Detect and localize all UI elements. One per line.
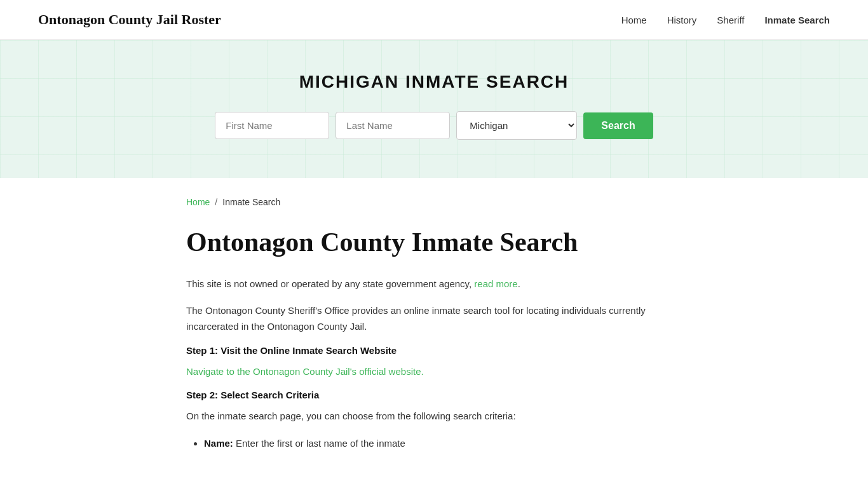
intro-end: . — [518, 278, 520, 289]
bullet1-text: Enter the first or last name of the inma… — [233, 438, 405, 449]
hero-banner: MICHIGAN INMATE SEARCH Michigan Alabama … — [0, 40, 868, 178]
last-name-input[interactable] — [336, 112, 450, 139]
breadcrumb: Home / Inmate Search — [186, 197, 682, 207]
nav-history[interactable]: History — [667, 15, 697, 25]
first-name-input[interactable] — [215, 112, 329, 139]
step1-text: Navigate to the Ontonagon County Jail's … — [186, 363, 682, 380]
step1-heading: Step 1: Visit the Online Inmate Search W… — [186, 345, 682, 356]
site-header: Ontonagon County Jail Roster Home Histor… — [0, 0, 868, 40]
read-more-link[interactable]: read more — [474, 278, 517, 289]
breadcrumb-separator: / — [215, 197, 217, 207]
description-paragraph: The Ontonagon County Sheriff's Office pr… — [186, 302, 682, 335]
criteria-list: Name: Enter the first or last name of th… — [204, 435, 682, 452]
site-title: Ontonagon County Jail Roster — [38, 11, 221, 28]
bullet1-label: Name: — [204, 438, 233, 449]
state-select[interactable]: Michigan Alabama Alaska Arizona Arkansas… — [456, 111, 577, 140]
nav-sheriff[interactable]: Sheriff — [717, 15, 744, 25]
nav-home[interactable]: Home — [621, 15, 647, 25]
breadcrumb-current: Inmate Search — [222, 197, 280, 207]
search-button[interactable]: Search — [583, 112, 653, 139]
breadcrumb-home-link[interactable]: Home — [186, 197, 210, 207]
main-nav: Home History Sheriff Inmate Search — [621, 15, 830, 25]
hero-title: MICHIGAN INMATE SEARCH — [13, 72, 855, 92]
main-content: Home / Inmate Search Ontonagon County In… — [148, 178, 720, 488]
search-form: Michigan Alabama Alaska Arizona Arkansas… — [13, 111, 855, 140]
intro-text: This site is not owned or operated by an… — [186, 278, 471, 289]
nav-inmate-search[interactable]: Inmate Search — [764, 15, 830, 25]
intro-paragraph: This site is not owned or operated by an… — [186, 276, 682, 292]
step2-heading: Step 2: Select Search Criteria — [186, 390, 682, 400]
list-item-name: Name: Enter the first or last name of th… — [204, 435, 682, 452]
step2-text: On the inmate search page, you can choos… — [186, 408, 682, 424]
page-heading: Ontonagon County Inmate Search — [186, 226, 682, 258]
